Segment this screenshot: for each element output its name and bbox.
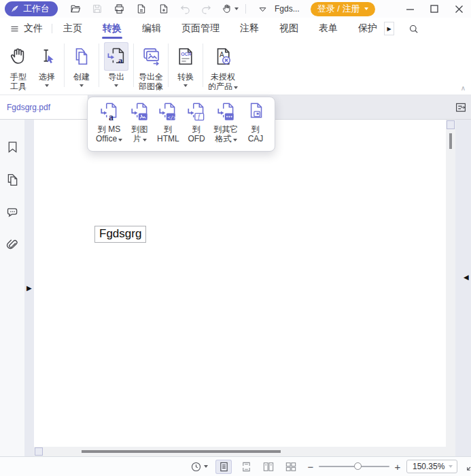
dropdown-arrow-icon <box>118 139 122 141</box>
active-menu-underline <box>102 37 122 39</box>
dropdown-arrow-icon <box>143 139 147 141</box>
export-to-html-item[interactable]: </> 到 HTML <box>157 102 179 151</box>
dropdown-arrow-icon <box>233 139 237 141</box>
toolbar-export-button[interactable]: a 导出 <box>102 42 130 87</box>
zoom-level-select[interactable]: 150.35% <box>406 460 457 473</box>
to-ofd-icon: f <box>186 102 207 124</box>
save-button[interactable] <box>89 1 105 17</box>
search-button[interactable] <box>405 20 421 37</box>
fullscreen-button[interactable] <box>466 461 471 472</box>
menu-items: 主页 转换 编辑 页面管理 注释 视图 表单 保护 <box>63 18 377 39</box>
attachments-panel-button[interactable] <box>4 237 20 253</box>
login-register-button[interactable]: 登录 / 注册 <box>311 2 375 16</box>
chevron-down-icon <box>364 7 368 10</box>
to-image-icon <box>129 102 151 124</box>
continuous-view-button[interactable] <box>238 460 254 474</box>
left-panel-collapse-strip[interactable]: ▶ <box>24 120 34 456</box>
single-page-view-button[interactable] <box>215 460 232 474</box>
export-to-caj-item[interactable]: 到 CAJ <box>245 102 266 151</box>
toolbar-export-all-images-button[interactable]: 导出全 部图像 <box>137 42 165 91</box>
export-to-ofd-item[interactable]: f 到 OFD <box>186 102 207 151</box>
customize-quick-toolbar-button[interactable] <box>254 1 271 17</box>
toolbar: 手型 工具 选择 创建 a 导出 导出全 部图像 OCR 转换 <box>0 39 471 95</box>
scroll-up-button[interactable] <box>447 120 455 129</box>
page-text-field[interactable]: Fgdsgrg <box>94 226 146 243</box>
right-panel-expand-arrow[interactable]: ◀ <box>464 273 469 281</box>
vertical-scrollbar[interactable] <box>446 120 455 447</box>
horizontal-scrollbar-thumb[interactable] <box>82 450 281 453</box>
toolbar-divider <box>133 44 134 87</box>
grid-view-button[interactable] <box>283 460 299 474</box>
comments-panel-button[interactable] <box>4 204 20 220</box>
pdf-page[interactable]: Fgdsgrg <box>34 120 446 447</box>
export-to-image-item[interactable]: 到图 片 <box>129 102 151 151</box>
pages-panel-button[interactable] <box>4 171 20 188</box>
to-caj-icon <box>245 102 266 124</box>
menu-file[interactable]: 文件 <box>10 22 43 35</box>
menu-convert[interactable]: 转换 <box>103 18 122 39</box>
login-register-label: 登录 / 注册 <box>317 3 360 15</box>
to-ms-office-icon: a <box>99 102 120 124</box>
minimize-button[interactable] <box>398 0 422 18</box>
toolbar-hand-tool-button[interactable]: 手型 工具 <box>4 42 33 91</box>
new-tab-button[interactable] <box>156 1 172 17</box>
to-other-formats-icon <box>215 102 237 124</box>
facing-pages-view-button[interactable] <box>260 460 277 474</box>
print-button[interactable] <box>111 1 127 17</box>
open-file-button[interactable] <box>67 1 84 17</box>
dropdown-arrow-icon <box>45 84 49 87</box>
chevron-down-icon <box>204 465 208 468</box>
undo-button[interactable] <box>177 1 193 17</box>
toolbar-collapse-button[interactable]: ∧ <box>461 84 466 92</box>
maximize-button[interactable] <box>422 0 447 18</box>
toolbar-divider <box>203 44 203 87</box>
horizontal-scrollbar[interactable] <box>34 447 455 456</box>
menu-page-management[interactable]: 页面管理 <box>181 18 220 39</box>
create-documents-icon <box>69 42 94 71</box>
toolbar-convert-button[interactable]: OCR 转换 <box>171 42 200 87</box>
export-document-icon: a <box>104 42 128 71</box>
zoom-slider-thumb[interactable] <box>354 462 362 470</box>
panel-toggle-icon[interactable] <box>453 100 468 115</box>
document-tab[interactable]: Fgdsgrg.pdf <box>0 95 88 119</box>
chevron-down-icon <box>449 465 453 468</box>
more-menus-button[interactable]: ▶ <box>384 22 394 35</box>
menu-protect[interactable]: 保护 <box>358 18 377 39</box>
menu-file-label: 文件 <box>24 22 43 35</box>
titlebar-divider <box>245 4 246 14</box>
workspace-label: 工作台 <box>23 3 50 15</box>
zoom-in-button[interactable]: + <box>393 461 402 473</box>
vertical-scrollbar-thumb[interactable] <box>449 133 452 149</box>
zoom-out-button[interactable]: − <box>306 461 315 473</box>
dropdown-arrow-icon <box>80 84 84 87</box>
zoom-slider[interactable] <box>319 460 389 473</box>
export-dropdown-menu: a 到 MS Office 到图 片 </> 到 HTML f 到 OFD 到其… <box>87 97 275 152</box>
toolbar-divider <box>168 44 169 87</box>
menu-edit[interactable]: 编辑 <box>142 18 161 39</box>
workspace-button[interactable]: 工作台 <box>5 1 58 16</box>
bookmarks-panel-button[interactable] <box>4 139 20 155</box>
hand-tool-quick-button[interactable] <box>218 1 241 17</box>
left-panel-expand-arrow[interactable]: ▶ <box>27 284 32 292</box>
toolbar-select-button[interactable]: 选择 <box>33 42 61 87</box>
menu-home[interactable]: 主页 <box>63 18 82 39</box>
svg-text:</>: </> <box>168 115 177 120</box>
read-mode-button[interactable] <box>189 461 209 473</box>
create-pdf-button[interactable] <box>133 1 150 17</box>
scroll-left-button[interactable] <box>35 447 43 456</box>
menu-form[interactable]: 表单 <box>319 18 338 39</box>
export-images-icon <box>139 42 163 71</box>
ocr-document-icon: OCR <box>173 42 198 71</box>
redo-button[interactable] <box>198 1 214 17</box>
chevron-down-icon <box>234 7 239 10</box>
toolbar-create-button[interactable]: 创建 <box>67 42 96 87</box>
export-to-ms-office-item[interactable]: a 到 MS Office <box>96 102 122 151</box>
right-panel-collapse-strip[interactable]: ◀ <box>455 120 471 456</box>
export-to-other-formats-item[interactable]: 到其它 格式 <box>214 102 239 151</box>
close-button[interactable] <box>447 0 471 18</box>
dropdown-arrow-icon <box>184 84 188 87</box>
toolbar-unauthorized-products-button[interactable]: A 未授权 的产品 <box>206 42 240 91</box>
menu-comment[interactable]: 注释 <box>240 18 259 39</box>
menu-view[interactable]: 视图 <box>279 18 298 39</box>
toolbar-divider <box>99 44 99 87</box>
